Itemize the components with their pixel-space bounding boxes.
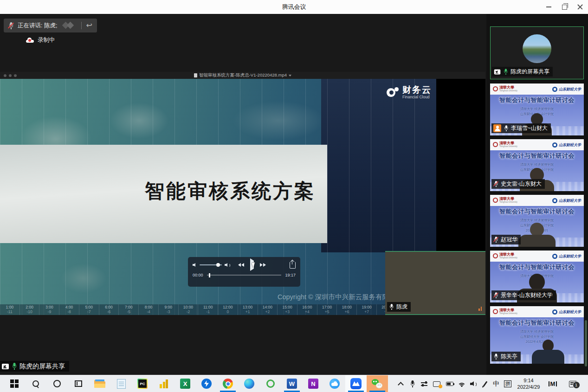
globalprotect-button[interactable] — [260, 375, 281, 392]
chrome-button[interactable] — [217, 375, 239, 392]
presenter-pip-video[interactable]: 陈虎 — [385, 251, 485, 315]
timezone-offset: +5 — [317, 310, 337, 315]
participant-tile[interactable]: 清華大學Tsinghua University 山东财经大学 智能会计与智能审计… — [490, 306, 584, 364]
minimize-button[interactable] — [541, 0, 556, 14]
window-title: 腾讯会议 — [0, 3, 588, 11]
search-button[interactable] — [25, 375, 46, 392]
edge-icon — [244, 379, 254, 389]
close-button[interactable] — [572, 0, 588, 14]
participant-name: 赵冠华 — [501, 236, 517, 244]
fast-forward-button[interactable] — [260, 263, 266, 267]
tencent-meeting-icon — [350, 378, 362, 389]
word-button[interactable]: W — [281, 375, 303, 392]
file-explorer-button[interactable] — [89, 375, 110, 392]
seek-thumb[interactable] — [209, 273, 210, 277]
timezone-offset: -6 — [99, 310, 119, 315]
participant-tile[interactable]: 清華大學Tsinghua University 山东财经大学 智能会计与智能审计… — [490, 195, 584, 247]
tsinghua-logo: 清華大學Tsinghua University — [493, 253, 517, 259]
seek-bar[interactable] — [207, 275, 282, 276]
tray-pen[interactable] — [479, 376, 491, 392]
pycharm-button[interactable]: PC — [132, 375, 153, 392]
navy-panel: 财务云 Financial Cloud — [321, 79, 436, 252]
participant-name: 陈虎的屏幕共享 — [510, 68, 549, 76]
timezone-offset: +7 — [357, 310, 376, 315]
start-button[interactable] — [4, 375, 25, 392]
shared-doc-title-text: 智能审核系统方案-陈虎总-V1-20220428.mp4 — [199, 72, 287, 78]
sdufe-logo: 山东财经大学 — [552, 142, 581, 148]
timezone-cell: 16:00 +4 — [297, 304, 317, 315]
person-silhouette — [532, 340, 564, 364]
baidu-netdisk-button[interactable] — [324, 375, 345, 392]
m-app-tray[interactable]: M — [543, 376, 562, 392]
tray-expand-button[interactable] — [394, 376, 407, 392]
timezone-offset: +1 — [238, 310, 258, 315]
folder-icon — [94, 379, 105, 388]
speaking-banner: 正在讲话: 陈虎; ↩ — [4, 19, 97, 32]
screen-share-icon — [2, 364, 9, 369]
tencent-meeting-button[interactable] — [345, 375, 367, 392]
timezone-offset: -5 — [119, 310, 138, 315]
timezone-cell: 18:00 +6 — [337, 304, 357, 315]
windows-taskbar: PC X W N 中 拼 9:14 — [0, 375, 588, 392]
wechat-button[interactable] — [367, 375, 388, 392]
recording-label: 录制中 — [38, 36, 55, 44]
timezone-cell: 12:00 0 — [218, 304, 238, 315]
mic-on-icon — [504, 125, 508, 131]
clock[interactable]: 9:14 2022/4/29 — [514, 376, 543, 392]
timezone-offset: -7 — [79, 310, 99, 315]
video-slide: 财务云 Financial Cloud 智能审核系统方案 — [0, 79, 485, 315]
ime-mode[interactable]: 拼 — [502, 376, 514, 392]
system-tray: 中 拼 9:14 2022/4/29 M 1 — [394, 375, 586, 392]
tray-volume[interactable] — [468, 376, 479, 392]
play-button[interactable] — [250, 261, 254, 269]
action-center-button[interactable]: 1 — [562, 376, 583, 392]
meeting-canvas: 正在讲话: 陈虎; ↩ 录制中 智能审核系统方案-陈虎总-V1-20220428… — [0, 14, 588, 375]
tray-mic[interactable] — [407, 376, 418, 392]
cortana-button[interactable] — [46, 375, 68, 392]
ime-language[interactable]: 中 — [491, 376, 502, 392]
tray-battery[interactable] — [443, 376, 456, 392]
timezone-offset: -11 — [0, 310, 19, 315]
volume-icon[interactable] — [193, 263, 197, 267]
chevron-down-icon[interactable] — [289, 75, 291, 77]
restore-button[interactable] — [556, 0, 572, 14]
reply-arrow-icon[interactable]: ↩ — [86, 22, 92, 29]
onenote-button[interactable]: N — [303, 375, 324, 392]
timezone-cell: 7:00 -5 — [119, 304, 139, 315]
speaker-icon[interactable] — [225, 263, 229, 267]
conference-title: 智能会计与智能审计研讨会 — [490, 96, 584, 104]
rewind-button[interactable] — [238, 263, 244, 267]
tray-display[interactable] — [430, 376, 443, 392]
participant-tile[interactable]: 清華大學Tsinghua University 山东财经大学 智能会计与智能审计… — [490, 84, 584, 135]
conference-title: 智能会计与智能审计研讨会 — [490, 263, 584, 271]
timezone-offset: +6 — [337, 310, 356, 315]
excel-button[interactable]: X — [174, 375, 196, 392]
mac-window-dots[interactable] — [4, 74, 17, 77]
tray-mixer[interactable] — [418, 376, 430, 392]
m-logo-icon: M — [549, 381, 557, 387]
volume-slider[interactable] — [200, 264, 222, 265]
brand-name-cn: 财务云 — [402, 85, 432, 95]
export-share-icon[interactable] — [290, 262, 296, 269]
timezone-cell: 5:00 -7 — [79, 304, 99, 315]
timezone-row: 1:00 -11 2:00 -10 3:00 -9 4:00 -8 5:00 — [0, 304, 436, 315]
video-player-controls: 00:00 19:17 — [188, 257, 300, 287]
search-icon — [32, 380, 39, 387]
onenote-icon: N — [308, 379, 318, 389]
wifi-icon — [458, 381, 466, 387]
lightning-app-button[interactable] — [196, 375, 217, 392]
cloud-recording-icon — [26, 38, 34, 43]
participant-tile-screen-share[interactable]: 陈虎的屏幕共享 — [490, 26, 584, 79]
timezone-offset: +4 — [297, 310, 317, 315]
power-bi-button[interactable] — [153, 375, 174, 392]
participant-tile[interactable]: 清華大學Tsinghua University 山东财经大学 智能会计与智能审计… — [490, 251, 584, 302]
notepad-button[interactable] — [110, 375, 132, 392]
sdufe-logo: 山东财经大学 — [552, 87, 581, 92]
task-view-button[interactable] — [68, 375, 89, 392]
network-signal-icon — [478, 307, 482, 311]
tray-wifi[interactable] — [456, 376, 468, 392]
sidebar-scrollbar[interactable] — [585, 320, 587, 366]
timezone-cell: 15:00 +3 — [278, 304, 297, 315]
edge-button[interactable] — [239, 375, 260, 392]
participant-tile[interactable]: 清華大學Tsinghua University 山东财经大学 智能会计与智能审计… — [490, 139, 584, 191]
